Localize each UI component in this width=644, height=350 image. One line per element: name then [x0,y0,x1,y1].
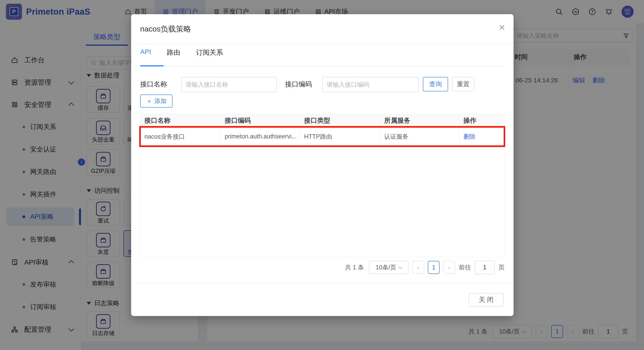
pagination-total: 共 1 条 [345,263,364,271]
cell-api-name: nacos业务接口 [140,127,221,146]
divider [131,283,514,283]
cell-api-code: primeton.auth.authseervi... [221,127,300,146]
delete-link[interactable]: 删除 [463,133,476,141]
reset-button[interactable]: 重置 [452,77,474,91]
api-name-label: 接口名称 [140,77,167,91]
tabs-underline [140,66,504,66]
api-code-input[interactable]: 请输入接口编码 [322,77,418,92]
modal-tabs: API 路由 订阅关系 [140,48,223,63]
column-header-api-name: 接口名称 [140,114,221,127]
chevron-down-icon [398,265,402,269]
input-placeholder: 请输入接口编码 [326,81,369,89]
tab-subscriptions[interactable]: 订阅关系 [196,48,223,63]
tab-route[interactable]: 路由 [167,48,180,63]
divider [131,44,514,44]
api-name-input[interactable]: 请输入接口名称 [181,77,277,92]
prev-page-button[interactable]: ‹ [412,261,424,274]
add-button-label: 添加 [154,97,167,105]
input-placeholder: 请输入接口名称 [186,81,228,89]
goto-label: 前往 [459,263,471,271]
table-header-row: 接口名称 接口编码 接口类型 所属服务 操作 [140,114,504,127]
goto-page-input[interactable] [474,261,495,274]
page-size-select[interactable]: 10条/页 [369,261,408,274]
column-header-service: 所属服务 [380,114,459,127]
column-header-actions: 操作 [459,114,504,127]
next-page-button[interactable]: › [443,261,455,274]
add-button[interactable]: ＋ 添加 [140,95,172,108]
column-header-api-type: 接口类型 [300,114,380,127]
tab-api[interactable]: API [140,48,151,63]
api-table: 接口名称 接口编码 接口类型 所属服务 操作 nacos业务接口 primeto… [140,114,504,257]
api-code-label: 接口编码 [285,77,312,91]
nacos-load-policy-modal: nacos负载策略 ✕ API 路由 订阅关系 接口名称 请输入接口名称 接口编… [131,14,514,316]
page-unit-label: 页 [498,263,504,271]
cell-api-type: HTTP路由 [300,127,380,146]
column-header-api-code: 接口编码 [221,114,300,127]
page-size-value: 10条/页 [376,263,396,271]
search-button[interactable]: 查询 [423,77,448,91]
app-root: P Primeton iPaaS 首页 管理门户 开发门户 运维门户 [0,0,644,350]
table-row[interactable]: nacos业务接口 primeton.auth.authseervi... HT… [140,127,504,146]
close-button[interactable]: 关 闭 [468,293,504,306]
modal-pagination: 共 1 条 10条/页 ‹ 1 › 前往 页 [345,261,504,274]
close-icon[interactable]: ✕ [499,24,506,32]
tab-active-bar [140,65,164,66]
plus-icon: ＋ [146,97,152,105]
modal-title: nacos负载策略 [140,14,191,44]
current-page-button[interactable]: 1 [428,261,440,274]
cell-service: 认证服务 [380,127,459,146]
